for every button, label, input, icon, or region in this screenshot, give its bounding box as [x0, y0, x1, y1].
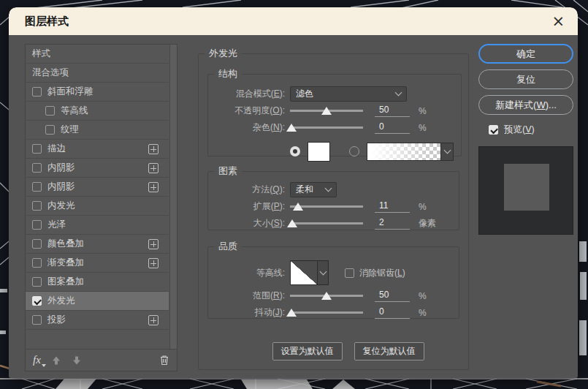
satin-checkbox[interactable]	[32, 220, 42, 230]
color-overlay-checkbox[interactable]	[32, 239, 42, 249]
sidebar-toolbar: fx	[26, 349, 177, 371]
add-stroke-icon[interactable]	[148, 144, 159, 154]
style-preview-thumbnail	[478, 146, 573, 235]
new-style-label: 新建样式(W)...	[495, 99, 557, 112]
preview-checkbox[interactable]	[489, 125, 498, 135]
sidebar-item-gradient-overlay[interactable]: 渐变叠加	[26, 254, 169, 273]
delete-effect-icon[interactable]	[159, 355, 169, 366]
spread-slider[interactable]	[290, 202, 363, 212]
glow-fill-row	[208, 140, 454, 163]
pattern-overlay-checkbox[interactable]	[32, 277, 42, 287]
noise-input[interactable]	[375, 121, 410, 134]
antialias-option[interactable]: 消除锯齿(L)	[345, 267, 405, 279]
styles-sidebar: 样式 混合选项 斜面和浮雕 等高线 纹理 描边 内阴影 内阴影 内发光 光泽 颜…	[25, 44, 177, 371]
sidebar-scrollbar[interactable]	[169, 45, 177, 349]
glow-color-swatch[interactable]	[308, 142, 330, 162]
dialog-titlebar[interactable]: 图层样式 ×	[9, 7, 578, 35]
quality-group: 品质 等高线: 消除锯齿(L) 范围(R):	[207, 240, 459, 319]
reset-default-button[interactable]: 复位为默认值	[354, 342, 424, 360]
sidebar-item-bevel-emboss[interactable]: 斜面和浮雕	[26, 83, 169, 102]
opacity-input[interactable]	[375, 105, 410, 117]
outer-glow-checkbox[interactable]	[32, 296, 42, 306]
sidebar-item-drop-shadow[interactable]: 投影	[26, 311, 169, 330]
sidebar-item-pattern-overlay[interactable]: 图案叠加	[26, 273, 169, 292]
blend-mode-select[interactable]: 滤色	[290, 86, 407, 102]
technique-select[interactable]: 柔和	[290, 182, 337, 197]
stroke-checkbox[interactable]	[32, 144, 42, 154]
sidebar-item-stroke[interactable]: 描边	[26, 140, 169, 159]
range-input[interactable]	[375, 290, 410, 302]
fx-menu-icon[interactable]: fx	[33, 354, 41, 366]
noise-slider-thumb[interactable]	[286, 124, 297, 132]
gradient-fill-radio[interactable]	[349, 146, 359, 156]
glow-gradient-picker[interactable]	[367, 143, 454, 161]
noise-slider[interactable]	[290, 123, 363, 133]
range-slider[interactable]	[290, 291, 363, 301]
contour-row: 等高线: 消除锯齿(L)	[208, 259, 451, 287]
sidebar-item-texture[interactable]: 纹理	[26, 121, 169, 140]
texture-checkbox[interactable]	[45, 125, 55, 135]
inner-glow-checkbox[interactable]	[32, 201, 42, 211]
jitter-slider[interactable]	[290, 308, 363, 318]
preview-option[interactable]: 预览(V)	[489, 124, 535, 136]
add-inner-shadow-1-icon[interactable]	[148, 163, 159, 173]
defaults-row: 设置为默认值 复位为默认值	[228, 342, 468, 360]
bevel-emboss-checkbox[interactable]	[32, 87, 42, 97]
sidebar-item-styles[interactable]: 样式	[26, 45, 169, 64]
outer-glow-panel: 外发光 结构 混合模式(E): 滤色 不透明度(O): %	[198, 47, 469, 370]
close-icon[interactable]: ×	[551, 14, 565, 29]
sidebar-item-color-overlay[interactable]: 颜色叠加	[26, 235, 169, 254]
add-color-overlay-icon[interactable]	[148, 239, 159, 249]
size-input[interactable]	[375, 217, 410, 230]
spread-slider-thumb[interactable]	[293, 203, 303, 211]
drop-shadow-checkbox[interactable]	[32, 315, 42, 325]
sidebar-item-inner-shadow-2[interactable]: 内阴影	[26, 178, 169, 197]
blend-mode-label: 混合模式(E):	[208, 88, 290, 100]
opacity-slider[interactable]	[290, 106, 363, 116]
sidebar-item-satin[interactable]: 光泽	[26, 216, 169, 235]
reset-button[interactable]: 复位	[478, 69, 573, 89]
screen: 图层样式 × 样式 混合选项 斜面和浮雕 等高线 纹理 描边 内阴影 内阴影 内…	[0, 0, 588, 389]
inner-shadow-1-checkbox[interactable]	[32, 163, 42, 173]
move-up-icon[interactable]	[51, 355, 61, 366]
contour-dropdown-button[interactable]	[317, 261, 328, 284]
sidebar-item-contour[interactable]: 等高线	[26, 102, 169, 121]
chevron-down-icon	[325, 185, 332, 192]
gradient-preview[interactable]	[367, 143, 440, 160]
sidebar-item-inner-glow[interactable]: 内发光	[26, 197, 169, 216]
make-default-button[interactable]: 设置为默认值	[272, 342, 343, 360]
ok-button[interactable]: 确定	[478, 44, 573, 64]
move-down-icon[interactable]	[72, 355, 82, 366]
range-slider-thumb[interactable]	[321, 292, 332, 300]
sidebar-item-blending-options[interactable]: 混合选项	[26, 64, 169, 83]
contour-preview[interactable]	[291, 261, 317, 284]
size-slider-thumb[interactable]	[287, 219, 297, 227]
jitter-input[interactable]	[375, 306, 410, 319]
jitter-slider-thumb[interactable]	[286, 309, 297, 317]
noise-row: 杂色(N): %	[208, 120, 454, 135]
dialog-body: 样式 混合选项 斜面和浮雕 等高线 纹理 描边 内阴影 内阴影 内发光 光泽 颜…	[9, 35, 578, 378]
range-label: 范围(R):	[208, 290, 290, 302]
color-fill-radio[interactable]	[290, 146, 300, 156]
opacity-slider-thumb[interactable]	[321, 107, 332, 115]
add-gradient-overlay-icon[interactable]	[148, 258, 159, 268]
layer-style-dialog: 图层样式 × 样式 混合选项 斜面和浮雕 等高线 纹理 描边 内阴影 内阴影 内…	[9, 7, 578, 378]
opacity-row: 不透明度(O): %	[208, 103, 454, 118]
add-drop-shadow-icon[interactable]	[148, 315, 159, 325]
gradient-overlay-checkbox[interactable]	[32, 258, 42, 268]
sidebar-item-inner-shadow-1[interactable]: 内阴影	[26, 159, 169, 178]
new-style-button[interactable]: 新建样式(W)...	[478, 95, 573, 115]
size-slider[interactable]	[290, 219, 363, 229]
add-inner-shadow-2-icon[interactable]	[148, 182, 159, 192]
noise-unit: %	[419, 123, 427, 133]
blend-mode-row: 混合模式(E): 滤色	[208, 86, 454, 102]
spread-input[interactable]	[375, 200, 410, 213]
contour-checkbox[interactable]	[45, 106, 55, 116]
gradient-dropdown-button[interactable]	[440, 143, 453, 160]
antialias-checkbox[interactable]	[345, 268, 354, 278]
preview-label: 预览(V)	[504, 124, 535, 136]
contour-picker[interactable]	[290, 260, 329, 285]
sidebar-item-outer-glow[interactable]: 外发光	[26, 292, 169, 311]
inner-shadow-2-checkbox[interactable]	[32, 182, 42, 192]
spread-label: 扩展(P):	[208, 200, 290, 213]
